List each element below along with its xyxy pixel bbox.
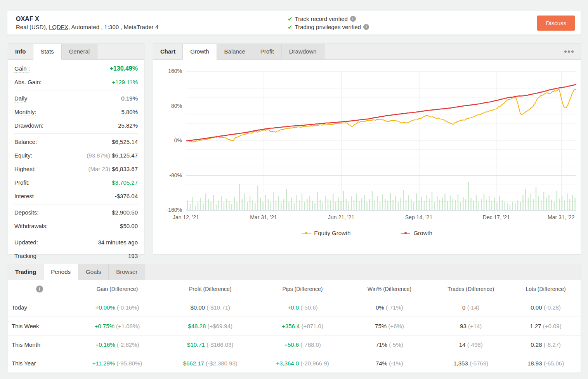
legend-marker-icon (302, 231, 311, 235)
cell-this-month-gain-difference: +0.16% (-2.62%) (71, 341, 163, 348)
stat-row-tracking: Tracking193 (14, 249, 138, 263)
legend-item-equity-growth[interactable]: Equity Growth (302, 230, 350, 236)
stat-value-interest: -$376.04 (115, 192, 138, 200)
track-record-verified-label: Track record verified (295, 16, 348, 22)
growth-line (186, 85, 576, 141)
stats-divider (14, 90, 138, 90)
column-header-profit-difference: Profit (Difference) (163, 286, 257, 292)
periods-info-cell: i (8, 286, 71, 292)
periods-tab-periods[interactable]: Periods (43, 264, 78, 280)
cell-this-month-pips-difference: +50.6 (-768.0) (257, 341, 348, 348)
cell-this-year-profit-difference: $662.17 (-$2,380.93) (163, 360, 257, 367)
account-meta-text: , Automated , 1:300 , MetaTrader 4 (68, 24, 158, 30)
chart-svg (186, 71, 576, 210)
check-icon: ✔ (288, 24, 293, 30)
stat-label-updated: Updated: (14, 239, 38, 246)
stat-label-drawdown: Drawdown: (14, 122, 43, 129)
chart-tab-profit[interactable]: Profit (253, 44, 282, 59)
legend-label-equity-growth: Equity Growth (314, 230, 350, 236)
stat-label-daily: Daily (14, 95, 27, 102)
volume-bars (187, 182, 576, 210)
stat-row-balance: Balance:$6,525.14 (14, 135, 138, 149)
x-axis-label-jan-12-21: Jan 12, '21 (173, 214, 199, 220)
stat-label-equity: Equity: (14, 152, 32, 159)
cell-this-week-pips-difference: +356.4 (+871.0) (257, 323, 348, 329)
x-axis-label-mar-31-21: Mar 31, '21 (250, 214, 277, 220)
stats-tab-stats[interactable]: Stats (33, 44, 62, 60)
cell-this-week-gain-difference: +0.75% (+1.08%) (71, 323, 163, 329)
stat-row-interest: Interest-$376.04 (14, 189, 138, 203)
column-header-trades-difference: Trades (Difference) (431, 286, 511, 292)
stat-label-balance: Balance: (14, 138, 37, 145)
stat-row-updated: Updated:34 minutes ago (14, 235, 138, 249)
stat-value-deposits: $2,900.50 (112, 209, 138, 216)
periods-tab-trading[interactable]: Trading (8, 264, 43, 280)
periods-table-body: Today+0.00% (-0.16%)$0.00 (-$10.71)+0.0 … (8, 298, 581, 373)
cell-this-month-win-difference: 71% (-5%) (348, 341, 431, 348)
trading-privileges-verified-label: Trading privileges verified (295, 24, 361, 30)
stat-value-equity: (93.87%) $6,125.47 (87, 152, 138, 159)
periods-tab-goals[interactable]: Goals (78, 264, 109, 280)
cell-this-year-trades-difference: 1,353 (-5769) (431, 360, 511, 367)
stat-label-profit: Profit: (14, 179, 29, 186)
stats-rows: Gain :+130.49%Abs. Gain:+129.11%Daily0.1… (8, 60, 144, 263)
horizontal-gridlines (186, 71, 576, 202)
chart-tab-chart[interactable]: Chart (153, 44, 183, 59)
x-axis-label-mar-31-22: Mar 31, '22 (548, 214, 575, 220)
stat-row-daily: Daily0.19% (14, 92, 138, 105)
stat-value-tracking: 193 (128, 252, 138, 260)
stats-tab-info[interactable]: Info (8, 44, 33, 59)
chart-menu-icon[interactable] (564, 50, 574, 53)
periods-panel: TradingPeriodsGoalsBrowser iGain (Differ… (8, 264, 581, 373)
info-icon[interactable]: i (350, 16, 356, 22)
periods-tabbar: TradingPeriodsGoalsBrowser (8, 264, 581, 280)
chart-legend: Equity GrowthGrowth (153, 230, 581, 236)
stats-divider (14, 234, 138, 234)
column-header-gain-difference: Gain (Difference) (71, 286, 163, 292)
table-row-this-year: This Year+11.29% (-95.80%)$662.17 (-$2,3… (8, 354, 581, 373)
row-label-this-week: This Week (8, 323, 71, 329)
stat-row-profit: Profit:$3,705.27 (14, 176, 138, 189)
stat-value-highest: (Mar 23) $6,833.67 (88, 165, 138, 173)
account-title-row: OXAF X (16, 16, 288, 22)
info-icon[interactable]: i (36, 286, 43, 292)
stat-value-profit: $3,705.27 (112, 179, 138, 186)
stat-label-abs-gain: Abs. Gain: (14, 78, 42, 86)
stat-label-interest: Interest (14, 192, 34, 200)
column-header-lots-difference: Lots (Difference) (511, 286, 581, 292)
cell-this-month-profit-difference: $10.71 (-$166.03) (163, 341, 257, 348)
verification-block: ✔ Track record verified i ✔ Trading priv… (288, 16, 537, 30)
account-title: OXAF X (16, 16, 39, 22)
chart-plot-area (186, 71, 576, 211)
stat-value-monthly: 5.80% (121, 108, 138, 116)
stat-label-monthly: Monthly: (14, 108, 36, 116)
chart-tab-growth[interactable]: Growth (182, 44, 217, 60)
cell-today-profit-difference: $0.00 (-$10.71) (163, 304, 257, 311)
legend-item-growth[interactable]: Growth (401, 230, 432, 236)
y-axis-label-80: 80% (153, 103, 182, 109)
cell-today-trades-difference: 0 (-14) (431, 304, 511, 311)
periods-tab-browser[interactable]: Browser (108, 264, 145, 280)
stat-value-balance: $6,525.14 (112, 138, 138, 145)
growth-chart: Equity GrowthGrowth 160%80%0%-80%-160%Ja… (153, 60, 581, 255)
cell-this-month-trades-difference: 14 (-498) (431, 341, 511, 348)
cell-this-week-trades-difference: 93 (+14) (431, 323, 511, 329)
broker-link[interactable]: LQDFX (49, 24, 68, 30)
discuss-button[interactable]: Discuss (537, 16, 575, 31)
info-icon[interactable]: i (363, 24, 369, 30)
stat-row-deposits: Deposits:$2,900.50 (14, 206, 138, 219)
stats-tab-general[interactable]: General (61, 44, 97, 59)
chart-tab-balance[interactable]: Balance (217, 44, 253, 59)
cell-this-year-lots-difference: 18.93 (-65.06) (511, 360, 581, 367)
equity-growth-line (186, 89, 576, 142)
x-axis-label-dec-17-21: Dec 17, '21 (483, 214, 510, 220)
table-row-this-week: This Week+0.75% (+1.08%)$48.28 (+$69.94)… (8, 317, 581, 336)
stats-divider (14, 204, 138, 204)
chart-tab-drawdown[interactable]: Drawdown (281, 44, 324, 59)
cell-this-month-lots-difference: 0.28 (-6.27) (511, 341, 581, 348)
table-row-this-month: This Month+0.16% (-2.62%)$10.71 (-$166.0… (8, 336, 581, 354)
stat-label-tracking: Tracking (14, 252, 36, 260)
cell-this-week-profit-difference: $48.28 (+$69.94) (163, 323, 257, 329)
row-label-today: Today (8, 304, 71, 311)
stat-row-withdrawals: Withdrawals:$50.00 (14, 219, 138, 233)
